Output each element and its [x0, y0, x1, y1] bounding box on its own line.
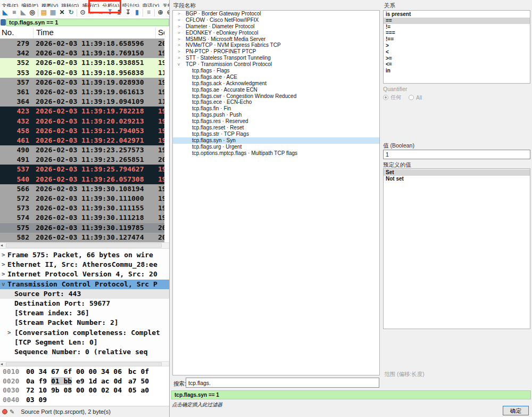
chevron-right-icon[interactable]: >: [178, 48, 180, 55]
quantifier-radio[interactable]: [383, 95, 388, 100]
relation-item[interactable]: !=: [384, 24, 530, 30]
relation-item[interactable]: <: [384, 49, 530, 55]
tree-item[interactable]: tcp.flags.ace · ACE: [173, 74, 379, 80]
first-packet-icon[interactable]: ↥: [114, 8, 123, 17]
table-row[interactable]: 3422026-02-03 11:39:18.76915019: [0, 48, 169, 58]
menu-item-捕获C[interactable]: 捕获(C): [80, 2, 101, 7]
filter-preview-bar[interactable]: tcp.flags.syn == 1: [171, 390, 531, 399]
relation-item[interactable]: in: [384, 68, 530, 74]
packet-list-vertical-scrollbar[interactable]: [164, 27, 169, 242]
table-row[interactable]: 2792026-02-03 11:39:18.65859620: [0, 39, 169, 48]
chevron-down-icon[interactable]: v: [178, 61, 180, 68]
column-separator[interactable]: [155, 28, 156, 38]
tree-item[interactable]: tcp.flags.cwr · Congestion Window Reduce…: [173, 93, 379, 100]
tree-item[interactable]: >MSMMS · Microsoft Media Server: [173, 36, 379, 43]
relation-item[interactable]: !==: [384, 36, 530, 43]
table-row[interactable]: 5402026-02-03 11:39:26.05730819: [0, 175, 169, 184]
go-to-packet-icon[interactable]: ↧: [105, 8, 114, 17]
chevron-right-icon[interactable]: >: [178, 11, 180, 17]
colorize-icon[interactable]: ≡: [144, 8, 153, 17]
value-input[interactable]: 1: [383, 150, 530, 159]
tree-item[interactable]: >EDONKEY · eDonkey Protocol: [173, 30, 379, 36]
relation-item[interactable]: <=: [384, 61, 530, 68]
column-header-time[interactable]: Time: [36, 28, 54, 37]
zoom-in-icon[interactable]: ⊕: [156, 8, 165, 17]
menu-item-分析A[interactable]: 分析(A): [101, 2, 121, 7]
ok-button[interactable]: 确定: [503, 406, 529, 415]
detail-line[interactable]: [Stream Packet Number: 2]: [0, 318, 169, 328]
detail-line[interactable]: Destination Port: 59677: [0, 299, 169, 308]
tree-item[interactable]: tcp.flags.str · TCP Flags: [173, 131, 379, 137]
menu-item-电话Y[interactable]: 电话(Y): [141, 2, 161, 7]
detail-line[interactable]: Source Port: 443: [0, 289, 169, 299]
predefined-value-item[interactable]: Set: [384, 169, 530, 176]
tree-item[interactable]: tcp.flags.res · Reserved: [173, 118, 379, 125]
find-packet-icon[interactable]: ⊙: [78, 8, 87, 17]
capture-status-icon[interactable]: [2, 409, 7, 414]
relation-item[interactable]: ==: [384, 18, 530, 24]
relation-item[interactable]: >: [384, 43, 530, 49]
reload-file-icon[interactable]: ↻: [66, 8, 76, 17]
table-row[interactable]: 5742026-02-03 11:39:30.11121819: [0, 213, 169, 223]
chevron-right-icon[interactable]: >: [7, 328, 11, 338]
expert-info-icon[interactable]: ✎: [10, 408, 14, 415]
menu-item-统计S[interactable]: 统计(S): [121, 2, 141, 7]
table-row[interactable]: 3532026-02-03 11:39:18.95683811: [0, 68, 169, 78]
chevron-down-icon[interactable]: v: [2, 280, 5, 289]
table-row[interactable]: 4582026-02-03 11:39:21.79405319: [0, 126, 169, 136]
tree-item[interactable]: tcp.flags.fin · Fin: [173, 105, 379, 112]
hex-row[interactable]: 001000 34 67 6f 00 00 34 06bc 0f: [0, 367, 169, 377]
tree-item[interactable]: vTCP · Transmission Control Protocol: [173, 61, 379, 68]
tree-item[interactable]: >STT · Stateless Transport Tunneling: [173, 55, 379, 61]
go-forward-icon[interactable]: →: [96, 8, 105, 17]
menu-item-编辑E[interactable]: 编辑(E): [20, 2, 40, 7]
chevron-right-icon[interactable]: >: [178, 30, 180, 36]
tree-item[interactable]: >Diameter · Diameter Protocol: [173, 23, 379, 30]
table-row[interactable]: 4902026-02-03 11:39:23.25757319: [0, 145, 169, 155]
display-filter-input[interactable]: tcp.flags.syn == 1: [6, 19, 169, 26]
open-file-icon[interactable]: ▤: [39, 8, 48, 17]
scrollbar-thumb[interactable]: [6, 243, 162, 248]
column-header-no[interactable]: No.: [2, 28, 14, 37]
quantifier-radio[interactable]: [409, 95, 414, 100]
tree-item[interactable]: tcp.flags.push · Push: [173, 112, 379, 118]
capture-options-icon[interactable]: ◎: [28, 8, 37, 17]
detail-line[interactable]: >[Conversation completeness: Complet: [0, 328, 169, 338]
field-search-input[interactable]: tcp.flags.: [186, 378, 379, 388]
relation-item[interactable]: ===: [384, 30, 530, 36]
menu-item-无线W[interactable]: 无线(W): [161, 2, 169, 7]
tree-item[interactable]: tcp.flags.ece · ECN-Echo: [173, 99, 379, 105]
tree-item[interactable]: >NVMe/TCP · NVM Express Fabrics TCP: [173, 42, 379, 48]
table-row[interactable]: 5732026-02-03 11:39:30.11115519: [0, 203, 169, 213]
tree-item[interactable]: tcp.flags.syn · Syn: [173, 137, 379, 144]
hex-row[interactable]: 004003 09: [0, 395, 169, 405]
auto-scroll-icon[interactable]: ▮: [132, 8, 142, 17]
table-row[interactable]: 3642026-02-03 11:39:19.09410911: [0, 97, 169, 107]
tree-item[interactable]: >BGP · Border Gateway Protocol: [173, 11, 379, 17]
last-packet-icon[interactable]: ↧: [123, 8, 132, 17]
chevron-right-icon[interactable]: >: [178, 42, 180, 48]
chevron-right-icon[interactable]: >: [2, 269, 5, 279]
chevron-right-icon[interactable]: >: [2, 260, 5, 269]
detail-line[interactable]: >Ethernet II, Src: AtherosCommu_28:ee: [0, 260, 169, 269]
detail-line[interactable]: [Stream index: 36]: [0, 308, 169, 318]
scrollbar-thumb[interactable]: [6, 362, 162, 366]
column-separator[interactable]: [33, 28, 34, 38]
detail-line[interactable]: [TCP Segment Len: 0]: [0, 338, 169, 347]
table-row[interactable]: 5722026-02-03 11:39:30.11100019: [0, 194, 169, 203]
go-back-icon[interactable]: ←: [87, 8, 96, 17]
hex-row[interactable]: 00200a f9 01 bb e9 1d ac 0da7 50: [0, 377, 169, 386]
save-file-icon[interactable]: ▦: [48, 8, 57, 17]
relation-item[interactable]: is present: [384, 11, 530, 18]
table-row[interactable]: 3572026-02-03 11:39:19.02893019: [0, 78, 169, 87]
packet-list-hscrollbar[interactable]: ◂: [0, 242, 169, 249]
tree-item[interactable]: tcp.options.mptcp.flags · Multipath TCP …: [173, 150, 379, 157]
detail-line[interactable]: >Internet Protocol Version 4, Src: 20: [0, 269, 169, 279]
tree-item[interactable]: >CFLOW · Cisco NetFlow/IPFIX: [173, 17, 379, 23]
details-hscrollbar[interactable]: ◂: [0, 361, 169, 366]
table-row[interactable]: 3522026-02-03 11:39:18.93885119: [0, 58, 169, 68]
menu-item-跳转G[interactable]: 跳转(G): [60, 2, 80, 7]
scroll-left-arrow-icon[interactable]: ◂: [1, 243, 3, 248]
table-row[interactable]: 5662026-02-03 11:39:30.10819419: [0, 184, 169, 194]
chevron-right-icon[interactable]: >: [2, 250, 5, 260]
